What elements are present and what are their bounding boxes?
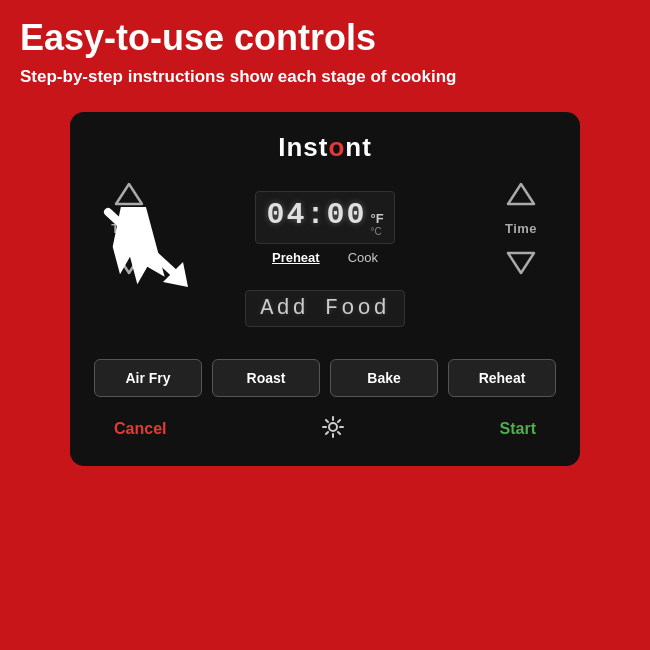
add-food-wrapper: Add Food: [94, 290, 556, 343]
pointer-arrow: [98, 207, 208, 291]
svg-line-12: [326, 420, 328, 422]
svg-line-15: [338, 420, 340, 422]
start-button[interactable]: Start: [500, 420, 536, 438]
time-up-button[interactable]: [503, 177, 539, 213]
cook-label: Cook: [348, 250, 378, 265]
time-display: 04:00 °F °C: [255, 191, 394, 244]
brand-logo: Instont: [94, 132, 556, 163]
temp-unit-c: °C: [370, 226, 383, 237]
svg-marker-3: [116, 184, 142, 204]
light-icon[interactable]: [321, 415, 345, 444]
time-label: Time: [505, 221, 537, 236]
add-food-display: Add Food: [245, 290, 405, 327]
svg-marker-5: [508, 184, 534, 204]
temp-unit-f: °F: [370, 211, 383, 226]
bottom-row: Cancel Start: [94, 415, 556, 444]
roast-button[interactable]: Roast: [212, 359, 320, 397]
air-fry-button[interactable]: Air Fry: [94, 359, 202, 397]
svg-line-13: [338, 432, 340, 434]
top-section: Easy-to-use controls Step-by-step instru…: [0, 0, 650, 98]
mode-labels: Preheat Cook: [272, 250, 378, 265]
brand-name: Instont: [278, 132, 372, 162]
control-panel: Instont Temp 04:00: [70, 112, 580, 466]
svg-line-14: [326, 432, 328, 434]
main-title: Easy-to-use controls: [20, 18, 630, 58]
bake-button[interactable]: Bake: [330, 359, 438, 397]
mode-buttons-row: Air Fry Roast Bake Reheat: [94, 359, 556, 397]
panel-wrapper: Instont Temp 04:00: [0, 112, 650, 466]
reheat-button[interactable]: Reheat: [448, 359, 556, 397]
time-digits: 04:00: [266, 198, 366, 232]
subtitle: Step-by-step instructions show each stag…: [20, 66, 630, 88]
time-control-section: Time: [486, 177, 556, 280]
brand-dot: o: [328, 132, 345, 162]
svg-point-7: [329, 423, 337, 431]
display-center: 04:00 °F °C Preheat Cook: [164, 191, 486, 265]
svg-marker-6: [508, 253, 534, 273]
add-food-text: Add Food: [260, 296, 390, 321]
time-down-button[interactable]: [503, 244, 539, 280]
cancel-button[interactable]: Cancel: [114, 420, 166, 438]
preheat-label: Preheat: [272, 250, 320, 265]
